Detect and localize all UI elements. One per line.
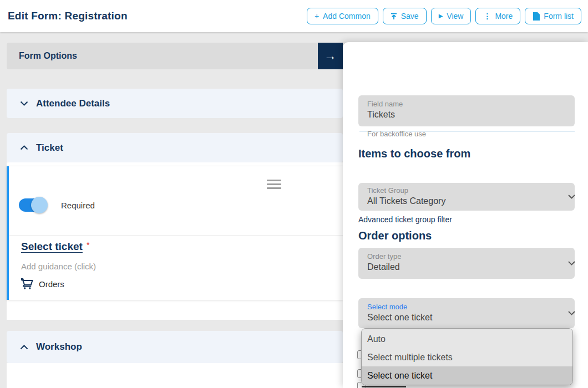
form-list-label: Form list <box>544 12 574 21</box>
section-attendee-details[interactable]: Attendee Details <box>7 89 343 118</box>
chevron-up-icon <box>20 345 28 350</box>
select-mode-dropdown: Auto Select multiple tickets Select one … <box>361 328 573 385</box>
required-toggle-row: Required <box>19 198 95 212</box>
plus-icon: + <box>315 12 319 20</box>
order-type-value: Detailed <box>367 262 400 272</box>
save-button[interactable]: Save <box>383 8 427 24</box>
section-label: Workshop <box>36 341 82 353</box>
drag-handle-icon[interactable] <box>267 180 281 189</box>
section-label: Ticket <box>36 142 63 154</box>
obscured-text-fragment <box>362 386 406 387</box>
required-asterisk: * <box>87 241 89 249</box>
document-icon <box>533 12 540 21</box>
ticket-group-value: All Tickets Category <box>367 196 445 206</box>
divider <box>9 235 343 236</box>
form-options-bar: Form Options → <box>7 43 343 69</box>
toolbar: + Add Common Save ▶ View ⋮ More <box>307 0 581 32</box>
items-heading: Items to choose from <box>358 147 470 160</box>
orders-row: Orders <box>21 278 64 289</box>
field-label-row: Select ticket* <box>21 241 89 253</box>
option-select-multiple-tickets[interactable]: Select multiple tickets <box>362 348 572 366</box>
required-label: Required <box>61 201 95 210</box>
ticket-section-body: Required Select ticket* Add guidance (cl… <box>7 162 343 320</box>
section-label: Attendee Details <box>36 98 110 109</box>
order-type-select[interactable]: Order type Detailed <box>358 248 575 279</box>
cart-icon <box>21 278 33 289</box>
add-common-button[interactable]: + Add Common <box>307 8 378 24</box>
order-options-heading: Order options <box>358 229 432 242</box>
play-icon: ▶ <box>439 13 443 19</box>
select-mode-label: Select mode <box>367 303 407 311</box>
view-button[interactable]: ▶ View <box>431 8 472 24</box>
add-common-label: Add Common <box>323 12 371 21</box>
field-name-label: Field name <box>367 100 403 108</box>
chevron-up-icon <box>20 145 28 150</box>
add-guidance-link[interactable]: Add guidance (click) <box>21 262 96 271</box>
field-name-helper: For backoffice use <box>367 130 426 138</box>
chevron-down-icon <box>20 101 28 106</box>
order-type-label: Order type <box>367 252 401 261</box>
upload-icon <box>391 13 397 20</box>
option-select-one-ticket[interactable]: Select one ticket <box>362 366 572 385</box>
more-button[interactable]: ⋮ More <box>475 8 520 24</box>
field-name-input[interactable]: Field name Tickets <box>358 95 575 126</box>
kebab-icon: ⋮ <box>483 12 491 20</box>
field-name-value: Tickets <box>367 110 395 120</box>
save-label: Save <box>401 12 419 21</box>
select-mode-value: Select one ticket <box>367 313 432 323</box>
collapse-panel-button[interactable]: → <box>318 43 343 69</box>
field-title-link[interactable]: Select ticket <box>21 241 83 252</box>
ticket-group-label: Ticket Group <box>367 186 408 195</box>
arrow-right-icon: → <box>325 50 337 62</box>
form-options-title: Form Options <box>19 43 77 69</box>
orders-label: Orders <box>39 279 64 289</box>
section-ticket[interactable]: Ticket <box>7 133 343 162</box>
page-title: Edit Form: Registration <box>8 10 128 22</box>
top-bar: Edit Form: Registration + Add Common Sav… <box>0 0 588 32</box>
more-label: More <box>495 12 513 21</box>
workshop-section-body <box>7 363 343 388</box>
view-label: View <box>447 12 463 21</box>
option-auto[interactable]: Auto <box>362 330 572 348</box>
select-mode-select[interactable]: Select mode Select one ticket <box>358 298 575 328</box>
ticket-group-select[interactable]: Ticket Group All Tickets Category <box>358 183 575 211</box>
toggle-knob <box>31 197 48 213</box>
required-toggle[interactable] <box>19 198 44 212</box>
section-workshop[interactable]: Workshop <box>7 331 343 363</box>
ticket-field-card[interactable]: Required Select ticket* Add guidance (cl… <box>7 166 343 300</box>
form-list-button[interactable]: Form list <box>525 8 581 24</box>
advanced-filter-link[interactable]: Advanced ticket group filter <box>358 215 452 224</box>
